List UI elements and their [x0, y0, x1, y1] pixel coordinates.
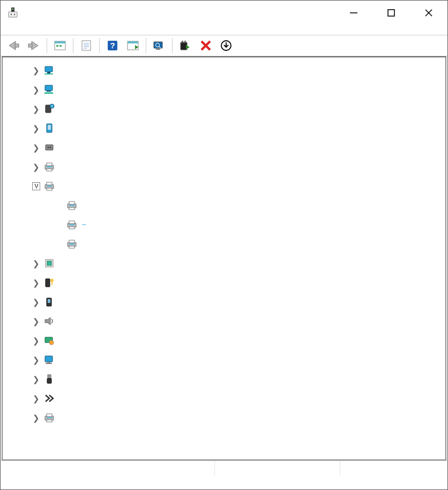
- tree-item-label: [59, 301, 64, 302]
- update-driver-button[interactable]: [150, 37, 169, 54]
- tree-item-printer-fax[interactable]: [3, 196, 445, 215]
- chevron-right-icon[interactable]: ❯: [29, 123, 42, 133]
- chevron-right-icon[interactable]: ❯: [29, 413, 42, 423]
- help-button[interactable]: ?: [103, 37, 122, 54]
- window-controls: [335, 1, 447, 25]
- portable-device-icon: [42, 122, 56, 135]
- svg-rect-59: [69, 202, 74, 204]
- toolbar-separator: [47, 38, 47, 53]
- other-devices-icon: ?: [42, 102, 56, 115]
- tree-item-printer-ms-cloud[interactable]: [3, 234, 445, 254]
- svg-rect-10: [28, 44, 32, 47]
- tree-item-ports[interactable]: ❯: [3, 138, 445, 157]
- chevron-right-icon[interactable]: ❯: [29, 336, 42, 346]
- disable-device-button[interactable]: [196, 37, 215, 54]
- tree-item-label: [59, 282, 64, 283]
- svg-rect-14: [59, 45, 62, 47]
- toolbar: ?: [1, 35, 447, 56]
- nav-back-button[interactable]: [4, 37, 23, 54]
- svg-point-79: [49, 340, 54, 345]
- show-hidden-button[interactable]: [50, 37, 70, 54]
- svg-rect-12: [55, 41, 65, 43]
- chevron-right-icon[interactable]: ❯: [29, 374, 42, 384]
- chevron-right-icon[interactable]: ❯: [29, 85, 42, 95]
- svg-rect-40: [47, 91, 51, 92]
- disable-device-circle-button[interactable]: [216, 37, 236, 54]
- uninstall-device-button[interactable]: [176, 37, 195, 54]
- tree-item-security-devices[interactable]: ❯: [3, 273, 445, 292]
- svg-rect-71: [47, 261, 51, 265]
- tree-item-network-adapters[interactable]: ❯: [3, 61, 445, 80]
- tree-item-other-devices[interactable]: ❯ ?: [3, 99, 445, 118]
- tree-item-wd-drive-management[interactable]: ❯: [3, 389, 445, 408]
- chevron-right-icon[interactable]: ❯: [29, 278, 42, 288]
- svg-point-4: [14, 14, 15, 15]
- svg-rect-23: [128, 41, 138, 43]
- svg-rect-41: [44, 92, 53, 94]
- tree-item-label: [59, 128, 64, 129]
- svg-rect-53: [47, 169, 52, 171]
- chevron-right-icon[interactable]: ❯: [29, 162, 42, 172]
- svg-rect-32: [184, 41, 186, 43]
- svg-rect-67: [69, 240, 74, 243]
- tree-item-sound-video-game[interactable]: ❯: [3, 311, 445, 331]
- network-adapter-icon: [42, 64, 56, 77]
- tree-item-printer-canon-mx920[interactable]: [3, 215, 445, 234]
- statusbar: [1, 461, 447, 476]
- close-button[interactable]: [410, 1, 447, 25]
- tree-item-software-devices[interactable]: ❯: [3, 292, 445, 311]
- cpu-icon: [42, 257, 56, 270]
- printer-icon: [65, 199, 79, 212]
- svg-rect-76: [48, 299, 50, 303]
- printer-icon: [42, 180, 56, 192]
- svg-rect-55: [47, 182, 52, 185]
- tree-item-usb-controllers[interactable]: ❯: [3, 369, 445, 389]
- svg-rect-81: [47, 362, 50, 363]
- tree-item-portable-devices[interactable]: ❯: [3, 118, 445, 138]
- printer-icon: [65, 218, 79, 231]
- menubar: [1, 25, 447, 35]
- tree-item-storage-controllers[interactable]: ❯: [3, 331, 445, 350]
- minimize-button[interactable]: [335, 1, 372, 25]
- chevron-right-icon[interactable]: ❯: [29, 316, 42, 326]
- svg-rect-83: [48, 375, 51, 378]
- scan-hardware-button[interactable]: [123, 37, 143, 54]
- svg-rect-61: [69, 207, 74, 210]
- tree-item-label: [82, 243, 86, 244]
- tree-item-label: [59, 263, 64, 264]
- chevron-down-icon[interactable]: 🇻: [29, 181, 42, 191]
- svg-rect-84: [47, 378, 51, 383]
- statusbar-cell: [215, 461, 340, 476]
- tree-item-system-devices[interactable]: ❯: [3, 350, 445, 369]
- chevron-right-icon[interactable]: ❯: [29, 104, 42, 114]
- svg-point-49: [50, 147, 51, 148]
- chevron-right-icon[interactable]: ❯: [29, 258, 42, 269]
- nav-forward-button[interactable]: [24, 37, 43, 54]
- svg-rect-6: [388, 10, 394, 16]
- tree-item-network-infrastructure[interactable]: ❯: [3, 80, 445, 99]
- svg-rect-13: [56, 45, 58, 47]
- tree-item-processors[interactable]: ❯: [3, 254, 445, 273]
- chevron-right-icon[interactable]: ❯: [29, 355, 42, 365]
- tree-item-wsd-print-provider[interactable]: ❯: [3, 408, 445, 427]
- svg-marker-30: [186, 45, 190, 49]
- tree-item-printers[interactable]: 🇻: [3, 176, 445, 196]
- chevron-right-icon[interactable]: ❯: [29, 394, 42, 404]
- properties-button[interactable]: [77, 37, 96, 54]
- chevron-right-icon[interactable]: ❯: [29, 143, 42, 153]
- svg-rect-69: [69, 246, 74, 248]
- svg-rect-86: [47, 414, 52, 417]
- tree-item-print-queues[interactable]: ❯: [3, 157, 445, 176]
- chevron-right-icon[interactable]: ❯: [29, 297, 42, 307]
- tree-item-label: [59, 417, 64, 418]
- svg-rect-72: [46, 279, 50, 287]
- device-tree[interactable]: ❯ ❯ ❯ ? ❯ ❯: [3, 57, 445, 459]
- tree-item-label: [82, 224, 86, 225]
- svg-rect-88: [47, 420, 52, 422]
- software-device-icon: [42, 295, 56, 308]
- toolbar-separator: [73, 38, 73, 53]
- svg-rect-68: [69, 243, 74, 244]
- maximize-button[interactable]: [372, 1, 410, 25]
- svg-rect-57: [47, 188, 52, 190]
- chevron-right-icon[interactable]: ❯: [29, 65, 42, 76]
